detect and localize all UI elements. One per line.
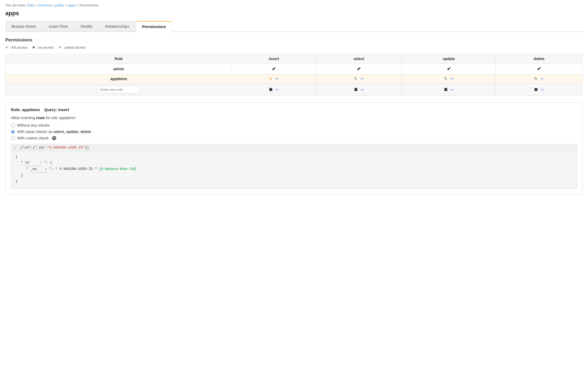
col-header-delete: delete — [496, 54, 583, 64]
hasura-tag: [X-Hasura-User-Id] — [99, 167, 136, 171]
breadcrumb-link-schema[interactable]: Schema — [38, 3, 51, 7]
appdemo-select-cell: ✎ ✏ — [319, 76, 399, 81]
code-body: { " id ↕ ": { " _eq ↕ ": " X-HASURA-USER… — [11, 151, 577, 189]
query-panel-role: Role: appdemo — [11, 107, 40, 112]
field-eq: _eq ↕ — [30, 166, 47, 173]
table-row-admin: admin ✔ ✔ ✔ ✔ — [6, 64, 583, 74]
allow-text: Allow inserting rows for role 'appdemo': — [11, 116, 577, 120]
permissions-legend: ✔ : full access ✖ : no access ✎ : partia… — [5, 45, 583, 49]
code-brace-open: { — [20, 146, 22, 150]
radio-custom-check-input[interactable] — [11, 136, 15, 140]
allow-text-bold: rows — [36, 116, 45, 120]
col-header-insert: insert — [232, 54, 316, 64]
legend-full-access: ✔ : full access — [5, 45, 27, 49]
legend-partial-access-text: : partial access — [63, 45, 86, 49]
legend-no-access: ✖ : no access — [32, 45, 54, 49]
partial-edit-icon-orange[interactable]: ✎ — [269, 76, 272, 81]
radio-no-checks: Without any checks — [11, 123, 577, 127]
code-body-line-eq: " _eq ↕ ": " X-HASURA-USER-ID " [X-Hasur… — [15, 166, 573, 173]
edit-icon-new-delete[interactable]: ✏ — [541, 88, 544, 92]
code-body-close-inner: } — [15, 173, 573, 178]
legend-no-access-text: : no access — [36, 45, 54, 49]
permissions-section-title: Permissions — [5, 37, 583, 43]
line-number: 1 — [14, 146, 20, 150]
role-name-admin: admin — [6, 64, 232, 74]
appdemo-update: ✎ ✏ — [402, 74, 495, 84]
new-role-delete: ✖ ✏ — [496, 84, 583, 96]
edit-icon-blue-select[interactable]: ✏ — [361, 77, 364, 81]
col-header-update: update — [402, 54, 495, 64]
cross-icon: ✖ — [32, 45, 35, 49]
admin-update: ✔ — [402, 64, 495, 74]
legend-partial-access: ✎ : partial access — [59, 45, 86, 49]
edit-icon-blue-insert[interactable]: ✏ — [276, 77, 279, 81]
partial-edit-icon-gray-select[interactable]: ✎ — [354, 76, 357, 81]
tabs-bar: Browse Rows Insert Row Modify Relationsh… — [5, 21, 583, 32]
radio-no-checks-input[interactable] — [11, 123, 15, 127]
radio-custom-check-label: With custom check: — [17, 136, 49, 140]
code-close-braces: }} — [85, 146, 89, 150]
code-body-line-open: { — [15, 154, 573, 160]
code-area: 1 { "id":{ "_eq": "X-HASURA-USER-ID" }} … — [11, 144, 577, 189]
appdemo-select: ✎ ✏ — [316, 74, 402, 84]
edit-icon-blue-delete[interactable]: ✏ — [541, 77, 544, 81]
radio-same-checks-bold: select, update, delete — [53, 130, 91, 134]
code-string-value: "X-HASURA-USER-ID" — [47, 146, 85, 150]
radio-same-checks-label: With same checks as select, update, dele… — [17, 130, 91, 134]
code-body-close-outer: } — [15, 178, 573, 184]
cross-mark-delete: ✖ — [534, 87, 538, 93]
role-name-appdemo: appdemo — [6, 74, 232, 84]
query-panel-header: Role: appdemo Query: insert — [11, 107, 577, 112]
admin-insert: ✔ — [232, 64, 316, 74]
appdemo-insert: ✎ ✏ — [232, 74, 316, 84]
permissions-table: Role insert select update delete admin ✔… — [5, 54, 583, 96]
edit-icon-new-update[interactable]: ✏ — [451, 88, 454, 92]
help-icon[interactable]: ? — [52, 136, 56, 140]
partial-icon: ✎ — [59, 45, 62, 49]
radio-group: Without any checks With same checks as s… — [11, 123, 577, 140]
new-role-input[interactable] — [97, 86, 140, 93]
new-role-update: ✖ ✏ — [402, 84, 495, 96]
admin-delete: ✔ — [496, 64, 583, 74]
code-id-key: "id":{ — [22, 146, 35, 150]
radio-no-checks-label: Without any checks — [17, 123, 49, 127]
breadcrumb-link-data[interactable]: Data — [27, 3, 34, 7]
radio-same-checks-input[interactable] — [11, 130, 15, 134]
breadcrumb-current: Permissions — [80, 3, 98, 7]
partial-edit-icon-gray-delete[interactable]: ✎ — [534, 76, 538, 81]
admin-select: ✔ — [316, 64, 402, 74]
col-header-select: select — [316, 54, 402, 64]
tab-relationships[interactable]: Relationships — [99, 21, 136, 32]
permissions-section: Permissions ✔ : full access ✖ : no acces… — [5, 37, 583, 96]
tab-browse-rows[interactable]: Browse Rows — [5, 21, 42, 32]
breadcrumb-link-public[interactable]: public — [55, 3, 64, 7]
legend-full-access-text: : full access — [9, 45, 27, 49]
tab-modify[interactable]: Modify — [74, 21, 98, 32]
cross-mark-update: ✖ — [444, 87, 448, 93]
code-body-line-id: " id ↕ ": { — [15, 160, 573, 166]
new-role-insert: ✖ ✏ — [232, 84, 316, 96]
partial-edit-icon-gray-update[interactable]: ✎ — [444, 76, 447, 81]
edit-icon-blue-update[interactable]: ✏ — [451, 77, 454, 81]
edit-icon-new-select[interactable]: ✏ — [361, 88, 364, 92]
table-row-appdemo: appdemo ✎ ✏ ✎ ✏ — [6, 74, 583, 84]
tab-insert-row[interactable]: Insert Row — [43, 21, 74, 32]
new-role-cell — [6, 84, 232, 96]
page-title: apps — [5, 10, 583, 17]
code-eq-key: "_eq": — [35, 146, 47, 150]
table-row-new-role: ✖ ✏ ✖ ✏ ✖ ✏ — [6, 84, 583, 96]
check-icon: ✔ — [5, 45, 8, 49]
breadcrumb-link-apps[interactable]: apps — [68, 3, 76, 7]
appdemo-update-cell: ✎ ✏ — [405, 76, 493, 81]
appdemo-delete: ✎ ✏ — [496, 74, 583, 84]
tab-permissions[interactable]: Permissions — [136, 21, 172, 32]
radio-custom-check: With custom check: ? — [11, 136, 577, 140]
query-panel-query: Query: insert — [44, 107, 69, 112]
cross-mark-select: ✖ — [354, 87, 358, 93]
radio-same-checks: With same checks as select, update, dele… — [11, 130, 577, 134]
appdemo-delete-cell: ✎ ✏ — [498, 76, 580, 81]
breadcrumb: You are here: Data > Schema > public > a… — [5, 3, 583, 7]
field-id: id ↕ — [25, 160, 42, 166]
edit-icon-new-insert[interactable]: ✏ — [276, 88, 279, 92]
appdemo-insert-cell: ✎ ✏ — [235, 76, 313, 81]
